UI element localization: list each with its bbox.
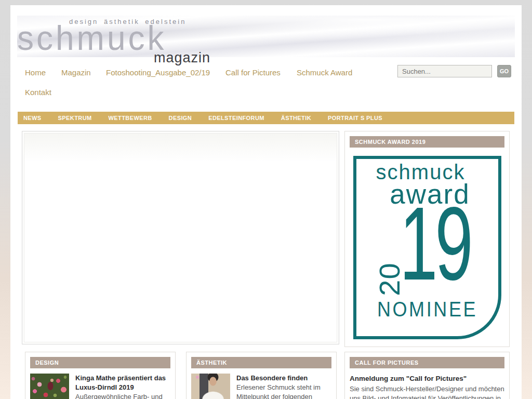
nav-item-call-for-pictures[interactable]: Call for Pictures [225, 68, 297, 78]
award-logo-year-20: 20 [373, 262, 406, 296]
aesthetik-article: Das Besondere finden Erlesener Schmuck s… [191, 374, 331, 399]
aesthetik-article-title[interactable]: Das Besondere finden [236, 374, 331, 383]
logo-subtitle: magazin [154, 50, 210, 66]
main-nav: Home Magazin Fotoshooting_Ausgabe_02/19 … [25, 68, 368, 98]
schmuck-award-nominee-logo[interactable]: schmuck award 19 20 NOMINEE [350, 152, 505, 343]
cfp-article-title[interactable]: Anmeldung zum "Call for Pictures" [350, 375, 504, 382]
design-article: Kinga Mathe präsentiert das Luxus-Dirndl… [30, 374, 170, 399]
menu-item-spektrum[interactable]: SPEKTRUM [58, 115, 92, 121]
sidebar-award-box: SCHMUCK AWARD 2019 schmuck award 19 20 N… [344, 131, 510, 347]
nav-item-fotoshooting[interactable]: Fotoshooting_Ausgabe_02/19 [106, 68, 225, 78]
design-article-title[interactable]: Kinga Mathe präsentiert das Luxus-Dirndl… [75, 374, 170, 392]
logo-title: schmuck [17, 20, 167, 55]
award-logo-nominee: NOMINEE [357, 298, 497, 321]
site-logo-banner[interactable]: design ästhetik edelstein schmuck magazi… [17, 16, 515, 57]
nav-item-kontakt[interactable]: Kontakt [25, 87, 61, 98]
aesthetik-article-teaser: Erlesener Schmuck steht im Mittelpunkt d… [236, 383, 331, 399]
design-article-teaser: Außergewöhnliche Farb- und [75, 392, 170, 399]
menu-item-aesthetik[interactable]: ÄSTHETIK [281, 115, 311, 121]
slider-empty-area [24, 133, 337, 342]
nav-item-magazin[interactable]: Magazin [61, 68, 106, 78]
design-section-header: DESIGN [30, 357, 170, 368]
aesthetik-teaser-box: ÄSTHETIK Das Besondere finden Erlesener … [186, 352, 337, 399]
aesthetik-article-thumbnail[interactable] [191, 374, 230, 399]
call-for-pictures-box: CALL FOR PICTURES Anmeldung zum "Call fo… [344, 352, 510, 399]
category-menu-bar: NEWS SPEKTRUM WETTBEWERB DESIGN EDELSTEI… [18, 112, 514, 124]
design-teaser-box: DESIGN Kinga Mathe präsentiert das Luxus… [25, 352, 176, 399]
menu-item-news[interactable]: NEWS [23, 115, 42, 121]
menu-item-wettbewerb[interactable]: WETTBEWERB [109, 115, 152, 121]
cfp-article-teaser: Sie sind Schmuck-Hersteller/Designer und… [350, 384, 504, 399]
menu-item-edelsteinforum[interactable]: EDELSTEINFORUM [208, 115, 264, 121]
award-section-header: SCHMUCK AWARD 2019 [350, 136, 504, 148]
page-container: design ästhetik edelstein schmuck magazi… [10, 5, 522, 399]
nav-item-schmuck-award[interactable]: Schmuck Award [297, 68, 359, 78]
nav-item-home[interactable]: Home [25, 68, 61, 78]
search-go-button[interactable]: GO [497, 65, 511, 77]
menu-item-portrait-s-plus[interactable]: PORTRAIT S PLUS [328, 115, 382, 121]
main-slider[interactable] [22, 131, 339, 344]
menu-item-design[interactable]: DESIGN [169, 115, 192, 121]
search-input[interactable] [397, 65, 492, 77]
aesthetik-section-header: ÄSTHETIK [191, 357, 331, 368]
cfp-section-header: CALL FOR PICTURES [350, 357, 504, 368]
award-logo-year-19: 19 [400, 200, 470, 287]
design-article-thumbnail[interactable] [30, 374, 69, 399]
